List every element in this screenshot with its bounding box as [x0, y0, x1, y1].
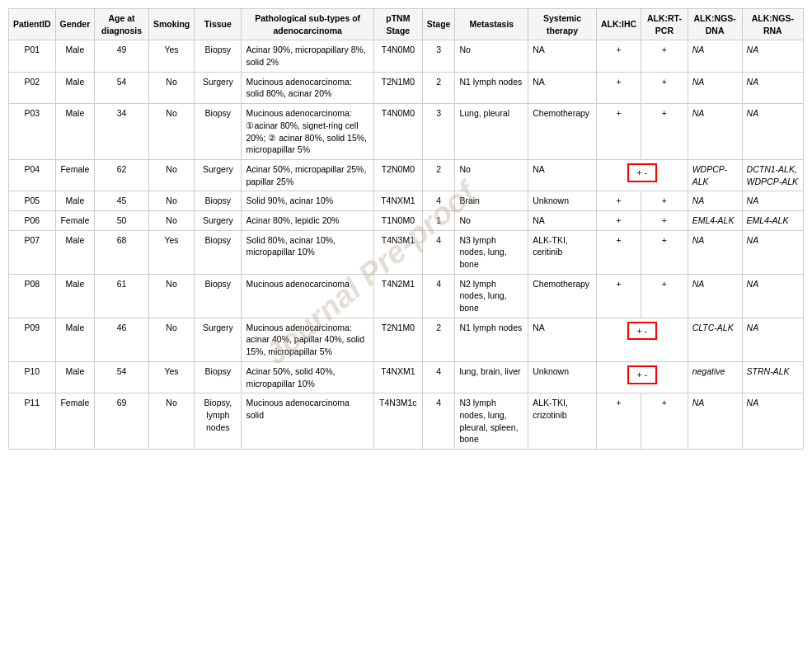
- data-table: PatientID Gender Age at diagnosis Smokin…: [8, 8, 804, 450]
- cell-pathology: Solid 90%, acinar 10%: [242, 191, 373, 211]
- cell-ngsdna: NA: [688, 72, 742, 103]
- cell-ngsrna: STRN-ALK: [742, 361, 803, 393]
- cell-gender: Female: [55, 159, 95, 191]
- table-row: P04Female62NoSurgeryAcinar 50%, micropap…: [9, 159, 804, 191]
- table-row: P03Male34NoBiopsyMucinous adenocarcinoma…: [9, 104, 804, 160]
- cell-smoking: No: [148, 191, 194, 211]
- col-header-smoking: Smoking: [148, 9, 194, 40]
- cell-stage: 4: [422, 191, 455, 211]
- cell-metastasis: N3 lymph nodes, lung, bone: [455, 230, 528, 274]
- table-row: P08Male61NoBiopsyMucinous adenocarcinoma…: [9, 274, 804, 318]
- cell-id: P01: [9, 40, 56, 72]
- cell-rtpcr: +: [641, 210, 688, 230]
- col-header-metastasis: Metastasis: [455, 9, 528, 40]
- cell-smoking: Yes: [148, 230, 194, 274]
- cell-stage: 2: [422, 318, 455, 361]
- cell-gender: Male: [55, 274, 95, 318]
- cell-smoking: Yes: [148, 40, 194, 72]
- cell-stage: 3: [422, 104, 455, 160]
- cell-gender: Male: [55, 361, 95, 393]
- cell-age: 69: [95, 393, 149, 450]
- cell-stage: 4: [422, 274, 455, 318]
- cell-rtpcr: +: [641, 40, 688, 72]
- cell-therapy: Unknown: [528, 191, 597, 211]
- cell-ngsdna: NA: [688, 104, 742, 160]
- cell-stage: 2: [422, 72, 455, 103]
- cell-smoking: No: [148, 393, 194, 450]
- cell-ptnm: T4N3M1c: [373, 393, 422, 450]
- cell-id: P11: [9, 393, 56, 450]
- cell-tissue: Biopsy: [195, 274, 242, 318]
- cell-pathology: Mucinous adenocarcinoma: solid 80%, acin…: [242, 72, 373, 103]
- cell-rtpcr: +: [641, 191, 688, 211]
- cell-ihc: + -: [596, 159, 688, 191]
- cell-pathology: Acinar 50%, micropapillar 25%, papillar …: [242, 159, 373, 191]
- cell-therapy: NA: [528, 72, 597, 103]
- cell-smoking: No: [148, 318, 194, 361]
- cell-smoking: No: [148, 159, 194, 191]
- cell-ptnm: T1N0M0: [373, 210, 422, 230]
- cell-stage: 3: [422, 40, 455, 72]
- cell-ihc: +: [596, 191, 641, 211]
- cell-id: P06: [9, 210, 56, 230]
- cell-therapy: NA: [528, 210, 597, 230]
- cell-tissue: Surgery: [195, 72, 242, 103]
- cell-ngsrna: NA: [742, 72, 803, 103]
- cell-tissue: Surgery: [195, 318, 242, 361]
- cell-metastasis: Lung, pleural: [455, 104, 528, 160]
- table-row: P07Male68YesBiopsySolid 80%, acinar 10%,…: [9, 230, 804, 274]
- cell-pathology: Acinar 90%, micropapillary 8%, solid 2%: [242, 40, 373, 72]
- col-header-stage: Stage: [422, 9, 455, 40]
- cell-tissue: Biopsy: [195, 104, 242, 160]
- cell-ihc: +: [596, 230, 641, 274]
- cell-smoking: No: [148, 210, 194, 230]
- cell-ngsdna: EML4-ALK: [688, 210, 742, 230]
- cell-id: P09: [9, 318, 56, 361]
- cell-gender: Male: [55, 230, 95, 274]
- cell-pathology: Mucinous adenocarcinoma: acinar 40%, pap…: [242, 318, 373, 361]
- cell-tissue: Biopsy, lymph nodes: [195, 393, 242, 450]
- cell-ngsdna: NA: [688, 274, 742, 318]
- cell-gender: Male: [55, 318, 95, 361]
- cell-ngsrna: NA: [742, 274, 803, 318]
- cell-ihc: +: [596, 40, 641, 72]
- col-header-gender: Gender: [55, 9, 95, 40]
- cell-age: 45: [95, 191, 149, 211]
- cell-ngsrna: NA: [742, 393, 803, 450]
- cell-therapy: NA: [528, 40, 597, 72]
- cell-therapy: Chemotherapy: [528, 274, 597, 318]
- cell-stage: 4: [422, 361, 455, 393]
- col-header-ngsdna: ALK:NGS-DNA: [688, 9, 742, 40]
- cell-stage: 1: [422, 210, 455, 230]
- cell-pathology: Mucinous adenocarcinoma: ①acinar 80%, si…: [242, 104, 373, 160]
- cell-rtpcr: +: [641, 274, 688, 318]
- col-header-ptnm: pTNM Stage: [373, 9, 422, 40]
- cell-tissue: Biopsy: [195, 230, 242, 274]
- table-row: P11Female69NoBiopsy, lymph nodesMucinous…: [9, 393, 804, 450]
- cell-ptnm: T2N1M0: [373, 72, 422, 103]
- cell-metastasis: Brain: [455, 191, 528, 211]
- cell-metastasis: N1 lymph nodes: [455, 318, 528, 361]
- cell-ngsrna: DCTN1-ALK, WDPCP-ALK: [742, 159, 803, 191]
- cell-id: P02: [9, 72, 56, 103]
- cell-tissue: Biopsy: [195, 361, 242, 393]
- cell-ngsrna: NA: [742, 191, 803, 211]
- cell-ngsdna: NA: [688, 191, 742, 211]
- table-wrapper: Journal Pre-proof PatientID Gender Age a…: [8, 8, 804, 450]
- cell-id: P07: [9, 230, 56, 274]
- col-header-pathology: Pathological sub-types of adenocarcinoma: [242, 9, 373, 40]
- cell-age: 54: [95, 361, 149, 393]
- header-row: PatientID Gender Age at diagnosis Smokin…: [9, 9, 804, 40]
- cell-age: 54: [95, 72, 149, 103]
- cell-ngsdna: NA: [688, 393, 742, 450]
- cell-ngsrna: NA: [742, 230, 803, 274]
- cell-gender: Female: [55, 210, 95, 230]
- cell-ptnm: T4NXM1: [373, 191, 422, 211]
- cell-age: 50: [95, 210, 149, 230]
- cell-tissue: Surgery: [195, 210, 242, 230]
- cell-stage: 2: [422, 159, 455, 191]
- table-row: P02Male54NoSurgeryMucinous adenocarcinom…: [9, 72, 804, 103]
- cell-age: 46: [95, 318, 149, 361]
- col-header-patientid: PatientID: [9, 9, 56, 40]
- col-header-ngsrna: ALK:NGS-RNA: [742, 9, 803, 40]
